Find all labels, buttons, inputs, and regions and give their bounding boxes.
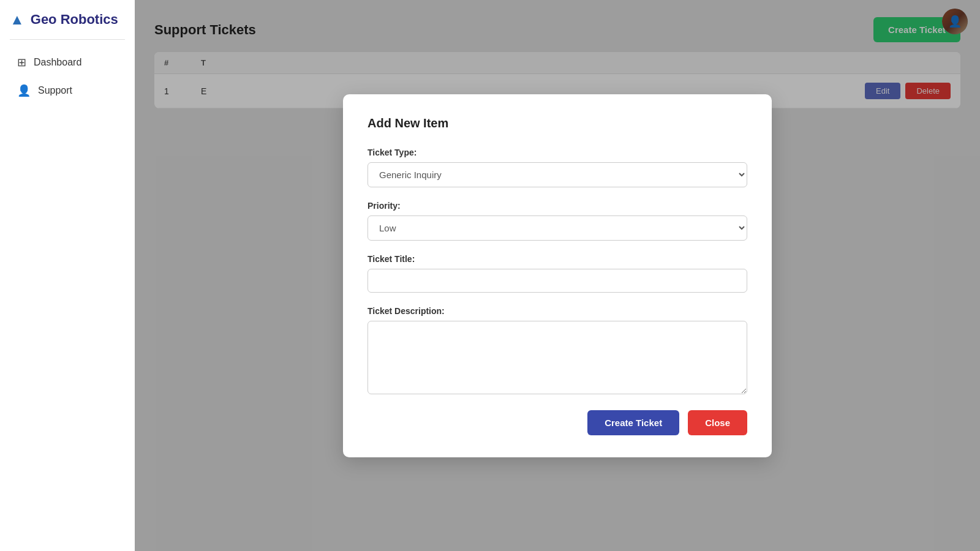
modal-footer: Create Ticket Close [368,410,747,435]
ticket-title-group: Ticket Title: [368,254,747,293]
app-logo: ▲ Geo Robotics [0,0,135,39]
priority-label: Priority: [368,201,747,211]
modal-close-button[interactable]: Close [688,410,747,435]
sidebar: ▲ Geo Robotics ⊞ Dashboard 👤 Support [0,0,135,551]
app-name: Geo Robotics [31,12,118,28]
add-new-item-modal: Add New Item Ticket Type: Generic Inquir… [343,94,772,457]
sidebar-item-label-support: Support [38,85,72,96]
dashboard-icon: ⊞ [17,56,26,69]
main-content: 👤 Support Tickets Create Ticket # T 1 E … [135,0,980,551]
modal-title: Add New Item [368,116,747,130]
ticket-type-label: Ticket Type: [368,148,747,157]
sidebar-item-support[interactable]: 👤 Support [5,78,130,103]
ticket-title-input[interactable] [368,269,747,293]
ticket-description-label: Ticket Description: [368,306,747,316]
sidebar-item-dashboard[interactable]: ⊞ Dashboard [5,50,130,75]
sidebar-nav: ⊞ Dashboard 👤 Support [0,40,135,113]
priority-select[interactable]: Low Medium High [368,216,747,241]
ticket-description-textarea[interactable] [368,321,747,394]
sidebar-item-label-dashboard: Dashboard [34,57,81,68]
priority-group: Priority: Low Medium High [368,201,747,241]
support-icon: 👤 [17,84,31,97]
logo-icon: ▲ [10,11,24,28]
ticket-type-select[interactable]: Generic Inquiry Bug Report Feature Reque… [368,162,747,187]
modal-overlay: Add New Item Ticket Type: Generic Inquir… [135,0,980,551]
ticket-title-label: Ticket Title: [368,254,747,264]
modal-create-ticket-button[interactable]: Create Ticket [587,410,679,435]
ticket-description-group: Ticket Description: [368,306,747,397]
ticket-type-group: Ticket Type: Generic Inquiry Bug Report … [368,148,747,187]
